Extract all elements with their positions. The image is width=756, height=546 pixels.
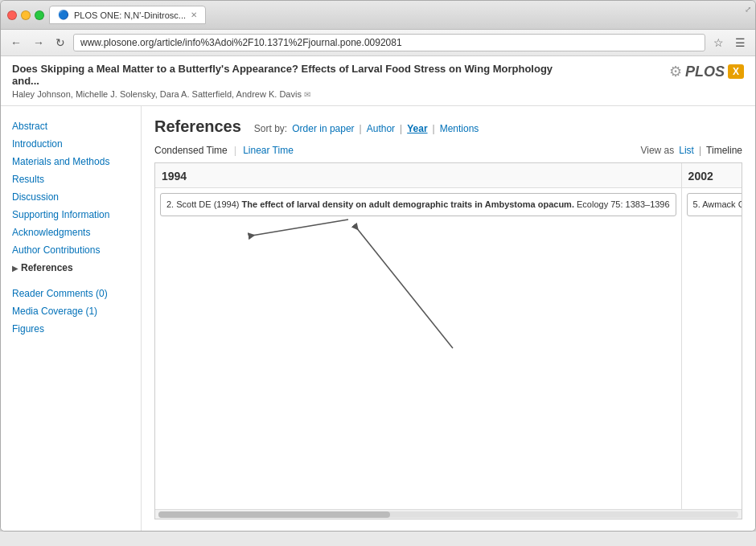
traffic-lights [7,10,44,20]
email-icon: ✉ [304,90,310,99]
main-layout: Abstract Introduction Materials and Meth… [1,106,755,531]
sidebar-item-reader-comments[interactable]: Reader Comments (0) [12,285,129,302]
bookmark-button[interactable]: ☆ [710,35,727,51]
tab-favicon: 🔵 [58,10,69,20]
sort-by-label: Sort by: [254,123,287,134]
ref-number-2: 2. Scott DE (1994) [166,199,242,209]
ref-title-2: The effect of larval density on adult de… [242,199,574,209]
article-authors: Haley Johnson, Michelle J. Solensky, Dar… [12,89,575,99]
back-button[interactable]: ← [7,35,25,51]
sort-author[interactable]: Author [367,123,395,134]
sort-order-in-paper[interactable]: Order in paper [292,123,354,134]
view-divider: | [699,145,701,156]
plos-logo: ⚙ PLOS X [669,63,744,80]
sort-mentions[interactable]: Mentions [440,123,479,134]
time-view-bar: Condensed Time | Linear Time View as Lis… [154,144,742,156]
refresh-button[interactable]: ↻ [52,35,68,51]
time-pipe: | [234,144,236,156]
sidebar-item-references[interactable]: References [21,259,73,277]
timeline-column-2002: 2002 5. Awmack CS, Leather SR (2002) Hos… [682,163,742,509]
browser-tab[interactable]: 🔵 PLOS ONE: N,N'-Dinitrosc... ✕ [49,6,206,24]
timeline-column-1994: 1994 2. Scott DE (1994) The effect of la… [155,163,682,509]
browser-window: 🔵 PLOS ONE: N,N'-Dinitrosc... ✕ ⤢ ← → ↻ … [0,0,756,532]
sort-bar: Sort by: Order in paper | Author | Year … [254,123,479,134]
maximize-window-button[interactable] [35,10,44,20]
fullscreen-button[interactable]: ⤢ [745,5,751,14]
page-header: Does Skipping a Meal Matter to a Butterf… [1,56,755,106]
plos-gear-icon: ⚙ [669,63,682,80]
menu-button[interactable]: ☰ [732,35,749,51]
scrollbar-thumb-h[interactable] [158,511,390,518]
sidebar-item-media-coverage[interactable]: Media Coverage (1) [12,302,129,320]
sidebar-item-methods[interactable]: Materials and Methods [12,153,129,170]
year-2002: 2002 [682,163,742,188]
col-body-1994: 2. Scott DE (1994) The effect of larval … [155,188,681,486]
timeline-scroll: 1994 2. Scott DE (1994) The effect of la… [155,163,742,509]
view-as: View as List | Timeline [640,145,742,156]
tab-title: PLOS ONE: N,N'-Dinitrosc... [74,10,186,20]
time-tabs: Condensed Time | Linear Time [154,144,294,156]
content-area: References Sort by: Order in paper | Aut… [142,106,755,531]
sidebar-item-introduction[interactable]: Introduction [12,135,129,153]
sidebar-item-references-container[interactable]: ▶ References [12,259,129,277]
timeline-container: 1994 2. Scott DE (1994) The effect of la… [154,162,742,519]
sort-divider-3: | [433,123,435,134]
plos-text: PLOS [685,64,725,80]
sort-divider-1: | [360,123,362,134]
ref-card-5[interactable]: 5. Awmack CS, Leather SR (2002) Host pla… [687,193,742,216]
sidebar-item-supporting[interactable]: Supporting Information [12,206,129,224]
sidebar-item-results[interactable]: Results [12,170,129,188]
close-window-button[interactable] [7,10,17,20]
view-as-label: View as [640,145,674,156]
tab-close-button[interactable]: ✕ [191,10,197,19]
browser-body: Does Skipping a Meal Matter to a Butterf… [1,56,755,531]
ref-card-2[interactable]: 2. Scott DE (1994) The effect of larval … [160,193,676,216]
sort-year[interactable]: Year [407,123,427,134]
col-body-2002: 5. Awmack CS, Leather SR (2002) Host pla… [682,188,742,486]
article-title: Does Skipping a Meal Matter to a Butterf… [12,63,575,87]
sidebar-item-author-contributions[interactable]: Author Contributions [12,241,129,259]
sidebar-item-discussion[interactable]: Discussion [12,188,129,206]
refs-header: References Sort by: Order in paper | Aut… [154,117,742,136]
sidebar-item-acknowledgments[interactable]: Acknowledgments [12,224,129,241]
plos-close-button[interactable]: X [728,64,744,79]
tab-linear-time[interactable]: Linear Time [243,145,294,156]
year-1994: 1994 [155,163,681,188]
browser-titlebar: 🔵 PLOS ONE: N,N'-Dinitrosc... ✕ ⤢ [1,1,755,30]
sort-divider-2: | [400,123,402,134]
address-bar[interactable] [73,34,705,51]
sidebar-item-abstract[interactable]: Abstract [12,117,129,135]
forward-button[interactable]: → [30,35,47,51]
sidebar-item-figures[interactable]: Figures [12,320,129,338]
refs-title: References [154,117,241,136]
view-timeline[interactable]: Timeline [706,145,742,156]
article-info: Does Skipping a Meal Matter to a Butterf… [12,63,575,99]
ref-journal-2: Ecology 75: 1383–1396 [574,199,670,209]
view-list[interactable]: List [679,145,694,156]
arrow-right-icon: ▶ [12,264,18,273]
ref-number-5: 5. Awmack CS, Leather SR (2002) [693,199,742,209]
tab-condensed-time[interactable]: Condensed Time [154,145,228,156]
scrollbar-track-h [158,511,738,518]
minimize-window-button[interactable] [21,10,31,20]
sidebar: Abstract Introduction Materials and Meth… [1,106,142,531]
horizontal-scrollbar[interactable] [155,509,742,519]
browser-toolbar: ← → ↻ ☆ ☰ [1,30,755,56]
